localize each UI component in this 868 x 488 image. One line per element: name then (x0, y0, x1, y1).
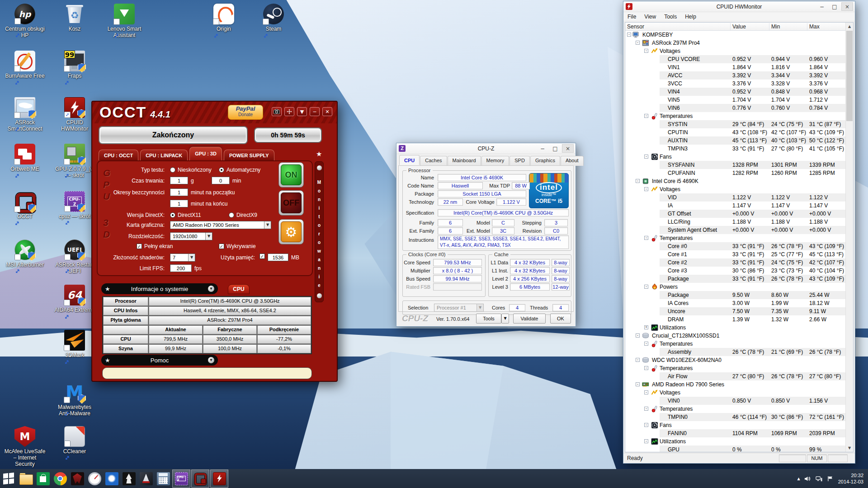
scrollbar-thumb[interactable] (846, 31, 853, 121)
collapse-icon[interactable]: - (636, 358, 640, 362)
sensor-row-core-3[interactable]: Core #330 °C (86 °F)23 °C (73 °F)40 °C (… (625, 267, 845, 275)
taskbar-red-emblem-game[interactable] (69, 469, 86, 488)
memory-input[interactable] (268, 253, 288, 261)
desktop-icon-cpuz[interactable]: CPU-Zcpuz — skrót (53, 191, 96, 220)
collapse-icon[interactable]: - (644, 114, 648, 118)
desktop-icon-hwmonitor[interactable]: CPUID HWMonitor (53, 97, 96, 132)
start-button[interactable] (0, 469, 17, 488)
collapse-icon[interactable]: - (627, 33, 631, 37)
menu-icon[interactable]: ▼ (297, 107, 307, 116)
sensor-row-cputin[interactable]: CPUTIN43 °C (108 °F)42 °C (107 °F)43 °C … (625, 128, 845, 136)
sensor-row-vin5[interactable]: VIN51.704 V1.704 V1.712 V (625, 96, 845, 104)
sensor-row-fanin0[interactable]: FANIN01104 RPM1069 RPM2039 RPM (625, 429, 845, 437)
desktop-icon-malwarebytes[interactable]: MMalwarebytes Anti-Malware (53, 382, 96, 417)
taskbar-windows-store[interactable] (34, 469, 52, 488)
collapse-icon[interactable]: - (636, 382, 640, 386)
fullscreen-checkbox[interactable]: Pełny ekran (137, 243, 173, 249)
sensor-row-core-2[interactable]: Core #233 °C (91 °F)24 °C (75 °F)42 °C (… (625, 258, 845, 267)
settings-gear-button[interactable]: ⚙ (278, 219, 304, 244)
occt-tab-cpu-linpack[interactable]: CPU : LINPACK (140, 150, 188, 160)
sensor-row-gpu[interactable]: GPU0 %0 %99 % (625, 446, 845, 452)
sensor-row-voltages[interactable]: -Voltages (625, 185, 845, 193)
sensor-row-cpufanin[interactable]: CPUFANIN1282 RPM1260 RPM1285 RPM (625, 169, 845, 177)
tray-hidden-icons-chevron[interactable]: ▲ (797, 477, 800, 481)
desktop-icon-uefi[interactable]: UEFIASRock Restart UEFI (53, 239, 96, 274)
sensor-row-package[interactable]: Package33 °C (91 °F)26 °C (78 °F)43 °C (… (625, 275, 845, 283)
taskbar-blue-sun-app[interactable] (103, 469, 120, 488)
occt-titlebar[interactable]: OCCT4.4.1 PayPal Donate ▼−✕ (92, 102, 337, 123)
sensor-row-tmpin3[interactable]: TMPIN333 °C (91 °F)27 °C (80 °F)41 °C (1… (625, 145, 845, 153)
desktop-icon-gpuz[interactable]: GPU-Z.0.7.9_[w — skrót (53, 144, 96, 178)
detection-checkbox[interactable]: Wykrywanie (219, 243, 256, 249)
cpuz-tab-memory[interactable]: Memory (481, 156, 509, 166)
taskbar-occt[interactable] (191, 469, 209, 488)
taskbar-chrome[interactable] (52, 469, 69, 488)
sensor-row-vin0[interactable]: VIN00.850 V0.850 V1.156 V (625, 397, 845, 405)
tools-dropdown-icon[interactable]: ▼ (501, 314, 509, 324)
sysinfo-cpu-tab[interactable]: CPU (228, 284, 250, 294)
collapse-icon[interactable]: - (636, 333, 640, 338)
desktop-icon-burnaware[interactable]: BurnAware Free (3, 51, 47, 79)
collapse-icon[interactable]: - (636, 41, 640, 45)
idle-end-input[interactable] (170, 200, 188, 207)
sensor-row-vin6[interactable]: VIN60.776 V0.760 V0.784 V (625, 104, 845, 112)
strip-knob[interactable] (317, 165, 322, 170)
collapse-toggle-icon[interactable]: ▼ (208, 286, 214, 292)
monitoring-side-strip[interactable]: ★ Monitorowanie (315, 161, 324, 302)
duration-hours-input[interactable] (170, 177, 188, 184)
taskbar-gauge-app[interactable] (86, 469, 103, 488)
expand-icon[interactable]: + (644, 325, 648, 329)
occt-tab-power-supply[interactable]: POWER SUPPLY (224, 150, 274, 160)
sensor-row-sysfanin[interactable]: SYSFANIN1328 RPM1301 RPM1339 RPM (625, 161, 845, 169)
column-header-value[interactable]: Value (731, 23, 769, 30)
desktop-icon-afterburner[interactable]: MSI Afterburner (3, 239, 47, 268)
collapse-toggle-icon[interactable]: ▼ (208, 357, 214, 363)
sensor-row-llc-ring[interactable]: LLC/Ring1.188 V1.188 V1.188 V (625, 218, 845, 226)
fps-limit-input[interactable] (170, 264, 192, 272)
sensor-row-crucial-ct128mx100ssd1[interactable]: -Crucial_CT128MX100SSD1 (625, 332, 845, 340)
collapse-icon[interactable]: - (644, 390, 648, 394)
desktop-icon-mcafee[interactable]: MMcAfee LiveSafe – Internet Security (3, 426, 47, 467)
sensor-row-kompseby[interactable]: -KOMPSEBY (625, 31, 845, 39)
idle-start-input[interactable] (170, 188, 188, 196)
taskbar-assassins-creed[interactable] (120, 469, 137, 488)
paypal-donate-button[interactable]: PayPal Donate (228, 105, 263, 120)
desktop-icon-recycle-bin[interactable]: ♻Kosz (53, 4, 96, 32)
sensor-row-fans[interactable]: -Fans (625, 153, 845, 161)
cpuz-tab-graphics[interactable]: Graphics (530, 156, 560, 166)
sensor-row-air-flow[interactable]: Air Flow27 °C (80 °F)26 °C (78 °F)27 °C … (625, 372, 845, 380)
tools-button[interactable]: Tools (476, 314, 501, 324)
menu-file[interactable]: File (623, 14, 640, 20)
processor-select[interactable]: Processor #1 ▼ (434, 304, 484, 312)
desktop-icon-mark3d[interactable]: 3DMark (53, 330, 96, 358)
radio-infinite[interactable]: Nieskończony (170, 166, 212, 174)
desktop-icon-hp[interactable]: hpCentrum obsługi HP (3, 4, 47, 38)
close-icon[interactable]: × (562, 144, 574, 153)
sensor-row-voltages[interactable]: -Voltages (625, 389, 845, 397)
volume-icon[interactable] (804, 475, 811, 482)
duration-minutes-input[interactable] (212, 177, 230, 184)
desktop-icon-orbweb[interactable]: Orbweb ME (3, 144, 47, 172)
collapse-icon[interactable]: - (644, 187, 648, 191)
resolution-select[interactable]: 868x488▼ (170, 232, 212, 240)
sensor-row-voltages[interactable]: -Voltages (625, 47, 845, 55)
close-icon[interactable]: × (841, 2, 853, 11)
taskbar-hwmonitor[interactable] (210, 469, 228, 488)
desktop-icon-steam[interactable]: Steam (252, 4, 295, 32)
sensor-row-ia-cores[interactable]: IA Cores3.00 W1.99 W18.12 W (625, 299, 845, 307)
ok-button[interactable]: OK (550, 314, 571, 324)
taskbar-calculator[interactable] (155, 469, 172, 488)
network-icon[interactable] (816, 475, 823, 482)
sensor-row-fans[interactable]: -Fans (625, 421, 845, 429)
sensor-row-avcc[interactable]: AVCC3.392 V3.344 V3.392 V (625, 71, 845, 80)
sensor-row-auxtin[interactable]: AUXTIN45 °C (113 °F)40 °C (103 °F)50 °C … (625, 136, 845, 145)
sensor-row-vid[interactable]: VID1.122 V1.122 V1.122 V (625, 193, 845, 202)
sensor-row-systin[interactable]: SYSTIN29 °C (84 °F)24 °C (75 °F)31 °C (8… (625, 120, 845, 128)
maximize-icon[interactable]: □ (829, 2, 840, 11)
cpuz-tab-cpu[interactable]: CPU (399, 155, 420, 165)
sensor-row-dram[interactable]: DRAM1.39 W1.32 W2.66 W (625, 315, 845, 324)
taskbar-ezio-game[interactable] (137, 469, 155, 488)
scroll-down-icon[interactable]: ▼ (846, 444, 853, 452)
collapse-icon[interactable]: - (644, 423, 648, 427)
occt-tab-gpu-3d[interactable]: GPU : 3D (189, 147, 222, 160)
